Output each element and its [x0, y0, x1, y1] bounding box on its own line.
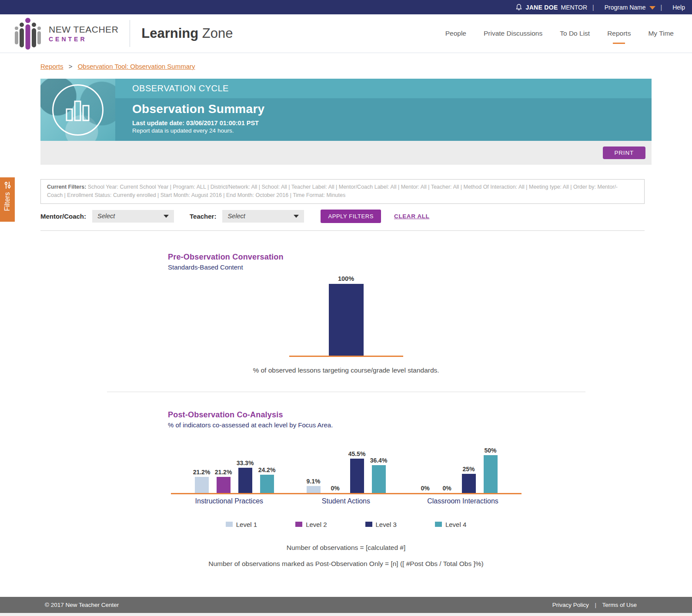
- chart-legend: Level 1Level 2Level 3Level 4: [0, 521, 692, 528]
- bar-value-label: 24.2%: [258, 466, 276, 473]
- bar: [350, 459, 364, 493]
- bar-value-label: 33.3%: [237, 460, 254, 466]
- nav-item-my-time[interactable]: My Time: [648, 30, 674, 37]
- user-role: MENTOR: [561, 4, 587, 11]
- legend-swatch: [435, 522, 442, 527]
- page-footer: © 2017 New Teacher Center Privacy Policy…: [0, 597, 692, 613]
- category-labels: Instructional PracticesStudent ActionsCl…: [171, 497, 522, 505]
- bar: [462, 474, 476, 493]
- post-observation-section: Post-Observation Co-Analysis % of indica…: [0, 410, 692, 568]
- bar-cell: 25%: [458, 466, 480, 493]
- bar-cell: 0%: [415, 485, 436, 493]
- current-filters-line1: School Year: Current School Year | Progr…: [88, 184, 618, 190]
- legend-swatch: [226, 522, 233, 527]
- bar-value-label: 0%: [421, 485, 429, 492]
- filters-tab[interactable]: Filters: [0, 177, 15, 222]
- terms-of-use-link[interactable]: Terms of Use: [602, 602, 637, 608]
- teacher-label: Teacher:: [190, 213, 216, 220]
- bar-cell: 45.5%: [346, 450, 368, 493]
- nav-item-to-do-list[interactable]: To Do List: [560, 30, 590, 37]
- legend-swatch: [365, 522, 372, 527]
- footer-separator: |: [595, 602, 596, 608]
- ntc-logo-text: NEW TEACHER CENTER: [49, 25, 118, 42]
- breadcrumb-current-link[interactable]: Observation Tool: Observation Summary: [78, 63, 195, 70]
- bar: [484, 455, 498, 493]
- grouped-bars: 21.2%21.2%33.3%24.2%9.1%0%45.5%36.4%0%0%…: [171, 445, 522, 493]
- breadcrumb-reports-link[interactable]: Reports: [40, 63, 64, 70]
- nav-item-reports[interactable]: Reports: [607, 30, 631, 37]
- current-filters-line2: Coach | Enrollment Status: Currently enr…: [47, 192, 345, 198]
- bar-cell: 33.3%: [234, 460, 256, 493]
- nav-item-people[interactable]: People: [445, 30, 466, 37]
- ntc-logo: NEW TEACHER CENTER: [13, 17, 118, 50]
- pre-observation-section: Pre-Observation Conversation Standards-B…: [0, 253, 692, 374]
- bar: [260, 475, 274, 493]
- bar: [372, 465, 386, 493]
- program-menu-label: Program Name: [605, 4, 646, 11]
- help-link[interactable]: Help: [672, 4, 685, 11]
- post-observation-note: Number of observations marked as Post-Ob…: [0, 560, 692, 568]
- legend-label: Level 2: [306, 521, 327, 528]
- chart2-plot: 21.2%21.2%33.3%24.2%9.1%0%45.5%36.4%0%0%…: [171, 445, 522, 505]
- chart1-title: Pre-Observation Conversation: [168, 253, 692, 262]
- bar-value-label: 0%: [442, 485, 451, 492]
- chart1-plot: 100%: [289, 275, 403, 357]
- bar-value-label: 0%: [331, 485, 339, 492]
- logo-line1: NEW TEACHER: [49, 25, 118, 34]
- bar-value-label: 21.2%: [215, 469, 232, 476]
- privacy-policy-link[interactable]: Privacy Policy: [552, 602, 589, 608]
- chart1-caption: % of observed lessons targeting course/g…: [0, 366, 692, 374]
- chevron-down-icon: [649, 6, 655, 10]
- update-note: Report data is updated every 24 hours.: [132, 127, 652, 134]
- chevron-down-icon: [164, 215, 169, 218]
- banner-eyebrow: OBSERVATION CYCLE: [115, 79, 652, 98]
- legend-item: Level 1: [226, 521, 257, 528]
- logo-line2: CENTER: [49, 36, 118, 42]
- bar-value-label: 21.2%: [193, 469, 211, 476]
- bar-cell: 9.1%: [303, 478, 324, 493]
- filter-row: Mentor/Coach: Select Teacher: Select APP…: [40, 210, 645, 231]
- divider: |: [661, 4, 662, 11]
- bar: [307, 486, 321, 493]
- legend-item: Level 4: [435, 521, 466, 528]
- divider: |: [592, 4, 594, 11]
- x-axis: [171, 493, 522, 494]
- legend-item: Level 2: [295, 521, 327, 528]
- main-nav: People Private Discussions To Do List Re…: [445, 30, 674, 37]
- product-title: Learning Zone: [141, 26, 233, 41]
- breadcrumb: Reports > Observation Tool: Observation …: [40, 63, 692, 70]
- page-title: Observation Summary: [132, 102, 652, 116]
- bar: [217, 477, 231, 493]
- mentor-coach-label: Mentor/Coach:: [40, 213, 86, 220]
- nav-item-private-discussions[interactable]: Private Discussions: [484, 30, 542, 37]
- bar-group: 21.2%21.2%33.3%24.2%: [191, 460, 278, 493]
- x-axis: [289, 356, 403, 357]
- chart2-title: Post-Observation Co-Analysis: [168, 410, 692, 420]
- legend-swatch: [295, 522, 302, 527]
- teacher-select[interactable]: Select: [222, 210, 304, 223]
- clear-all-link[interactable]: CLEAR ALL: [394, 213, 429, 220]
- mentor-coach-select-value: Select: [97, 213, 115, 220]
- bar-cell: 50%: [480, 447, 501, 493]
- header-divider: [130, 20, 130, 47]
- bar-value-label: 45.5%: [348, 450, 366, 457]
- user-name: JANE DOE: [526, 4, 558, 11]
- sliders-icon: [4, 181, 11, 189]
- legend-label: Level 4: [445, 521, 466, 528]
- product-title-bold: Learning: [141, 26, 198, 41]
- copyright-text: © 2017 New Teacher Center: [45, 602, 119, 608]
- apply-filters-button[interactable]: APPLY FILTERS: [321, 210, 381, 223]
- program-menu[interactable]: Program Name: [605, 4, 655, 11]
- ntc-people-icon: [13, 17, 44, 50]
- legend-label: Level 1: [236, 521, 257, 528]
- bar-cell: 36.4%: [368, 457, 390, 493]
- bar-value-label: 50%: [484, 447, 496, 454]
- mentor-coach-select[interactable]: Select: [92, 210, 174, 223]
- banner-right: OBSERVATION CYCLE Observation Summary La…: [115, 79, 652, 141]
- print-button[interactable]: PRINT: [603, 147, 646, 159]
- chevron-down-icon: [294, 215, 299, 218]
- top-bar: JANE DOE MENTOR | Program Name | Help: [0, 0, 692, 14]
- footer-baseline: [0, 613, 692, 616]
- notifications-bell-icon[interactable]: [515, 3, 522, 11]
- banner-body: Observation Summary Last update date: 03…: [115, 98, 652, 141]
